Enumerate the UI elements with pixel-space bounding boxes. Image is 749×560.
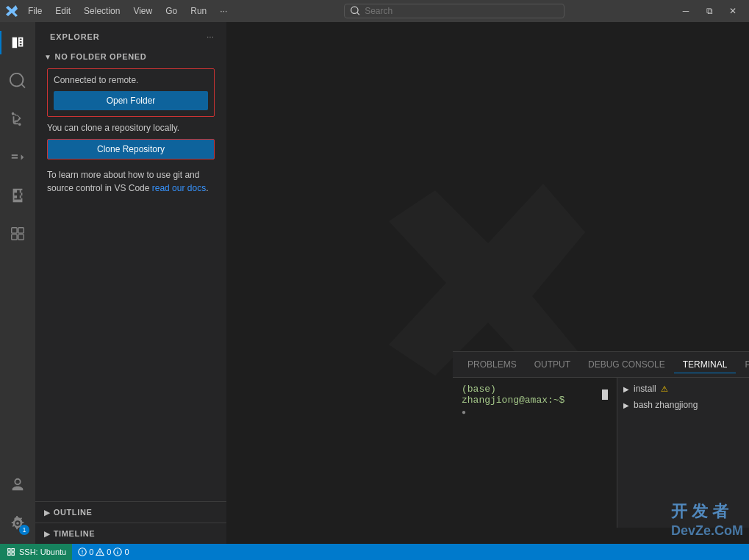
open-folder-button[interactable]: Open Folder — [54, 91, 208, 110]
chevron-down-icon: ▼ — [44, 53, 52, 61]
tab-problems[interactable]: PROBLEMS — [459, 356, 526, 373]
outline-header[interactable]: ▶ OUTLINE — [35, 505, 226, 520]
git-docs-link[interactable]: read our docs — [152, 183, 206, 193]
terminal-item-install[interactable]: ▶ install ⚠ — [617, 381, 749, 397]
restore-button[interactable]: ⧉ — [699, 4, 720, 18]
terminal-prompt: (base) zhangjiong@amax:~$ — [462, 384, 599, 406]
warning-icon: ⚠ — [661, 384, 668, 394]
chevron-right-icon: ▶ — [44, 509, 51, 517]
terminal-panel: PROBLEMS OUTPUT DEBUG CONSOLE TERMINAL P… — [453, 351, 749, 528]
git-info-text: To learn more about how to use git and s… — [47, 168, 215, 195]
settings-badge: 1 — [19, 525, 29, 535]
connected-text: Connected to remote. — [54, 75, 208, 85]
svg-point-6 — [82, 553, 83, 554]
main-layout: 1 EXPLORER ··· ▼ NO FOLDER OPENED Connec… — [0, 22, 749, 544]
svg-rect-2 — [12, 234, 17, 240]
status-bar: SSH: Ubuntu 0 0 0 — [0, 544, 749, 560]
folder-section: ▼ NO FOLDER OPENED Connected to remote. … — [35, 48, 226, 204]
error-icon — [78, 548, 87, 556]
timeline-label: TIMELINE — [54, 529, 96, 538]
tab-terminal[interactable]: TERMINAL — [674, 356, 737, 373]
activity-item-explorer[interactable] — [0, 25, 35, 60]
info-count: 0 — [124, 548, 129, 556]
status-errors[interactable]: 0 0 0 — [72, 544, 135, 560]
activity-bar: 1 — [0, 22, 35, 544]
no-folder-content: Connected to remote. Open Folder You can… — [35, 62, 226, 201]
titlebar: File Edit Selection View Go Run ··· ─ ⧉ … — [0, 0, 749, 22]
menu-file[interactable]: File — [22, 4, 48, 18]
remote-label: SSH: Ubuntu — [19, 548, 66, 556]
menu-bar: File Edit Selection View Go Run ··· — [22, 4, 233, 18]
terminal-main[interactable]: (base) zhangjiong@amax:~$ ● — [453, 378, 617, 528]
menu-selection[interactable]: Selection — [78, 4, 126, 18]
search-area — [237, 4, 671, 18]
terminal-tab-bar: PROBLEMS OUTPUT DEBUG CONSOLE TERMINAL P… — [453, 352, 749, 378]
activity-item-accounts[interactable] — [0, 467, 35, 503]
git-period: . — [206, 183, 208, 193]
activity-item-search[interactable] — [0, 63, 35, 98]
tab-ports[interactable]: PORTS — [736, 356, 749, 373]
menu-run[interactable]: Run — [184, 4, 212, 18]
terminal-body: (base) zhangjiong@amax:~$ ● ▶ install ⚠ … — [453, 378, 749, 528]
search-input[interactable] — [365, 6, 558, 16]
terminal-cursor — [602, 390, 608, 400]
svg-rect-0 — [12, 228, 17, 233]
app-icon — [6, 5, 18, 17]
sidebar-actions: ··· — [203, 29, 218, 44]
close-button[interactable]: ✕ — [723, 4, 743, 18]
terminal-item-bash-label: bash zhangjiong — [634, 400, 698, 410]
menu-edit[interactable]: Edit — [49, 4, 76, 18]
minimize-button[interactable]: ─ — [675, 4, 696, 18]
window-controls: ─ ⧉ ✕ — [675, 4, 743, 18]
outline-section: ▶ OUTLINE — [35, 501, 226, 523]
menu-more[interactable]: ··· — [214, 4, 233, 18]
svg-point-8 — [100, 553, 101, 554]
warning-count: 0 — [107, 548, 111, 556]
activity-item-remote[interactable] — [0, 216, 35, 251]
menu-go[interactable]: Go — [160, 4, 183, 18]
search-box[interactable] — [344, 4, 565, 18]
svg-rect-1 — [18, 228, 24, 233]
activity-item-source-control[interactable] — [0, 101, 35, 137]
tab-debug-console[interactable]: DEBUG CONSOLE — [579, 356, 674, 373]
clone-repository-button[interactable]: Clone Repository — [47, 139, 215, 159]
outline-label: OUTLINE — [54, 508, 93, 517]
tab-output[interactable]: OUTPUT — [526, 356, 579, 373]
activity-item-run[interactable] — [0, 140, 35, 175]
activity-item-extensions[interactable] — [0, 178, 35, 213]
terminal-run-icon: ▶ — [623, 385, 629, 393]
sidebar-more-actions[interactable]: ··· — [203, 29, 218, 44]
remote-icon — [6, 547, 16, 557]
connected-box: Connected to remote. Open Folder — [47, 68, 215, 117]
folder-header-label: NO FOLDER OPENED — [55, 52, 147, 61]
error-count: 0 — [89, 548, 93, 556]
svg-point-11 — [118, 550, 118, 550]
editor-area: PROBLEMS OUTPUT DEBUG CONSOLE TERMINAL P… — [226, 22, 749, 544]
folder-header[interactable]: ▼ NO FOLDER OPENED — [35, 51, 226, 62]
terminal-panel-sidebar: ▶ install ⚠ ▶ bash zhangjiong — [617, 378, 749, 528]
chevron-right-icon-2: ▶ — [44, 530, 51, 538]
sidebar: EXPLORER ··· ▼ NO FOLDER OPENED Connecte… — [35, 22, 226, 544]
svg-rect-3 — [18, 234, 24, 240]
terminal-line: (base) zhangjiong@amax:~$ — [462, 384, 608, 406]
sidebar-title: EXPLORER — [50, 32, 100, 41]
status-remote[interactable]: SSH: Ubuntu — [0, 544, 72, 560]
circle-icon: ● — [462, 409, 466, 417]
activity-bar-bottom: 1 — [0, 467, 35, 544]
warning-status-icon — [96, 548, 104, 556]
activity-item-settings[interactable]: 1 — [0, 506, 35, 541]
terminal-item-bash[interactable]: ▶ bash zhangjiong — [617, 397, 749, 413]
terminal-item-install-label: install — [634, 384, 656, 394]
sidebar-header: EXPLORER ··· — [35, 22, 226, 48]
terminal-bash-icon: ▶ — [623, 401, 629, 409]
menu-view[interactable]: View — [127, 4, 158, 18]
clone-text: You can clone a repository locally. — [47, 123, 215, 133]
timeline-section: ▶ TIMELINE — [35, 523, 226, 544]
terminal-indicator: ● — [462, 409, 608, 417]
info-status-icon — [113, 548, 122, 556]
timeline-header[interactable]: ▶ TIMELINE — [35, 526, 226, 541]
